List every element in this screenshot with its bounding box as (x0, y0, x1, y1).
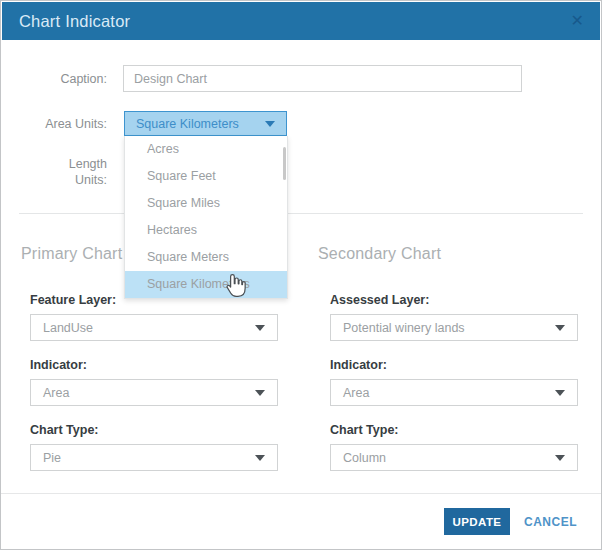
footer-divider (1, 493, 601, 494)
feature-layer-value: LandUse (43, 321, 93, 335)
primary-chart-type-value: Pie (43, 451, 61, 465)
section-divider (19, 213, 583, 214)
secondary-chart-type-value: Column (343, 451, 386, 465)
dialog-titlebar: Chart Indicator ✕ (2, 2, 600, 40)
update-button[interactable]: UPDATE (444, 508, 510, 535)
secondary-indicator-value: Area (343, 386, 369, 400)
secondary-chart-type-select[interactable]: Column (330, 444, 578, 471)
dropdown-scrollbar[interactable] (283, 147, 286, 180)
assessed-layer-value: Potential winery lands (343, 321, 465, 335)
primary-chart-heading: Primary Chart (21, 245, 122, 263)
secondary-indicator-select[interactable]: Area (330, 379, 578, 406)
area-units-dropdown-list: Acres Square Feet Square Miles Hectares … (124, 136, 288, 299)
chevron-down-icon (255, 455, 265, 461)
chevron-down-icon (265, 121, 275, 127)
secondary-chart-heading: Secondary Chart (318, 245, 441, 263)
close-icon[interactable]: ✕ (571, 13, 584, 29)
primary-indicator-select[interactable]: Area (30, 379, 278, 406)
area-units-label: Area Units: (1, 116, 107, 132)
chevron-down-icon (255, 390, 265, 396)
chart-indicator-dialog: Chart Indicator ✕ Caption: Area Units: S… (0, 0, 602, 550)
feature-layer-label: Feature Layer: (30, 293, 116, 307)
caption-label: Caption: (1, 71, 107, 87)
assessed-layer-label: Assessed Layer: (330, 293, 429, 307)
dropdown-option-square-meters[interactable]: Square Meters (125, 244, 287, 271)
dropdown-option-acres[interactable]: Acres (125, 136, 287, 163)
cancel-button[interactable]: CANCEL (524, 515, 577, 529)
secondary-indicator-label: Indicator: (330, 358, 387, 372)
primary-indicator-label: Indicator: (30, 358, 87, 372)
feature-layer-select[interactable]: LandUse (30, 314, 278, 341)
dropdown-option-square-kilometers[interactable]: Square Kilometers (125, 271, 287, 298)
dialog-title: Chart Indicator (19, 12, 130, 31)
area-units-value: Square Kilometers (136, 117, 239, 131)
footer-bar: UPDATE CANCEL (444, 508, 577, 535)
length-units-label: Length Units: (1, 156, 107, 188)
secondary-chart-type-label: Chart Type: (330, 423, 399, 437)
caption-input[interactable] (123, 65, 522, 92)
chevron-down-icon (555, 390, 565, 396)
chevron-down-icon (255, 325, 265, 331)
chevron-down-icon (555, 455, 565, 461)
primary-indicator-value: Area (43, 386, 69, 400)
chevron-down-icon (555, 325, 565, 331)
dropdown-option-square-feet[interactable]: Square Feet (125, 163, 287, 190)
area-units-select[interactable]: Square Kilometers (124, 111, 287, 136)
dropdown-option-square-miles[interactable]: Square Miles (125, 190, 287, 217)
primary-chart-type-select[interactable]: Pie (30, 444, 278, 471)
assessed-layer-select[interactable]: Potential winery lands (330, 314, 578, 341)
primary-chart-type-label: Chart Type: (30, 423, 99, 437)
dropdown-option-hectares[interactable]: Hectares (125, 217, 287, 244)
